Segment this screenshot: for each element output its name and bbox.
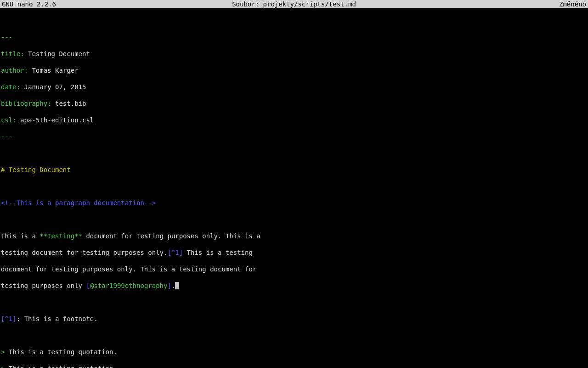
frontmatter-date: date: January 07, 2015 bbox=[1, 83, 588, 91]
frontmatter-title: title: Testing Document bbox=[1, 50, 588, 58]
heading-testing-document: # Testing Document bbox=[1, 166, 588, 174]
nano-title-left: GNU nano 2.2.6 bbox=[2, 0, 197, 8]
frontmatter-bibliography: bibliography: test.bib bbox=[1, 99, 588, 108]
frontmatter-author: author: Tomas Karger bbox=[1, 66, 588, 75]
cursor bbox=[175, 282, 179, 289]
blank-line bbox=[1, 149, 588, 157]
editor-buffer[interactable]: --- title: Testing Document author: Toma… bbox=[0, 8, 588, 368]
frontmatter-close: --- bbox=[1, 132, 588, 141]
paragraph-1-line-1: This is a **testing** document for testi… bbox=[1, 232, 588, 240]
html-comment: <!--This is a paragraph documentation--> bbox=[1, 199, 588, 207]
paragraph-1-line-2: testing document for testing purposes on… bbox=[1, 248, 588, 257]
blockquote-line: > This is a testing quotation. bbox=[1, 348, 588, 356]
paragraph-1-line-4: testing purposes only [@star1999ethnogra… bbox=[1, 282, 588, 290]
blank-line bbox=[1, 17, 588, 25]
frontmatter-csl: csl: apa-5th-edition.csl bbox=[1, 116, 588, 124]
footnote-1: [^1]: This is a footnote. bbox=[1, 315, 588, 323]
blank-line bbox=[1, 298, 588, 306]
blank-line bbox=[1, 182, 588, 190]
frontmatter-open: --- bbox=[1, 33, 588, 41]
paragraph-1-line-3: document for testing purposes only. This… bbox=[1, 265, 588, 273]
nano-title-file: Soubor: projekty/scripts/test.md bbox=[197, 0, 391, 8]
blank-line bbox=[1, 331, 588, 339]
blank-line bbox=[1, 215, 588, 224]
blockquote-line: > This is a testing quotation. bbox=[1, 364, 588, 368]
nano-titlebar: GNU nano 2.2.6 Soubor: projekty/scripts/… bbox=[0, 0, 588, 8]
nano-title-status: Změněno bbox=[391, 0, 586, 8]
